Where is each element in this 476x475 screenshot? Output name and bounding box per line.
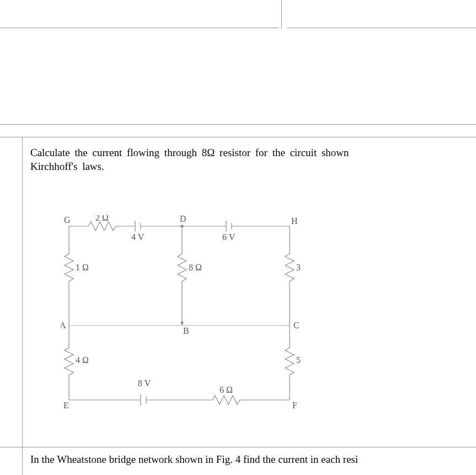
v8-label: 8 V [138, 378, 151, 388]
r1ohm-label: 1 Ω [76, 263, 89, 272]
node-c-label: C [293, 321, 299, 330]
table-border [0, 447, 476, 447]
r5ohm-label: 5 Ω [296, 355, 303, 365]
table-border [281, 0, 282, 29]
v4-label: 4 V [131, 232, 145, 242]
problem-1-text: Calculate the current flowing through 8Ω… [30, 146, 476, 173]
node-b-label: B [183, 326, 189, 335]
node-g-label: G [64, 215, 71, 225]
node-e-label: E [63, 401, 69, 410]
r3ohm-label: 3 Ω [296, 263, 303, 272]
page: Calculate the current flowing through 8Ω… [0, 0, 476, 475]
r8ohm-label: 8 Ω [189, 263, 202, 272]
node-h-label: H [291, 216, 298, 226]
table-border [287, 28, 476, 28]
node-b-dot [181, 322, 184, 324]
table-border [0, 28, 279, 28]
circuit-svg: G D H A B C E F 2 Ω 4 V 6 V 1 Ω 8 Ω 3 Ω … [61, 215, 303, 425]
problem-1-line1: Calculate the current flowing through 8Ω… [30, 147, 349, 158]
node-f-label: F [292, 401, 297, 410]
r4ohm-label: 4 Ω [76, 355, 89, 365]
table-border [0, 124, 476, 125]
r6ohm-label: 6 Ω [220, 385, 233, 394]
table-border [0, 137, 476, 137]
problem-1-cell: Calculate the current flowing through 8Ω… [30, 146, 476, 173]
node-a-label: A [61, 321, 66, 330]
node-d-label: D [180, 215, 186, 223]
r2ohm-label: 2 Ω [95, 215, 109, 222]
table-border [22, 137, 23, 475]
problem-2-text: In the Wheatstone bridge network shown i… [30, 453, 358, 466]
circuit-diagram: G D H A B C E F 2 Ω 4 V 6 V 1 Ω 8 Ω 3 Ω … [61, 215, 303, 425]
problem-1-line2: Kirchhoff's laws. [30, 161, 104, 172]
v6-label: 6 V [222, 232, 236, 242]
